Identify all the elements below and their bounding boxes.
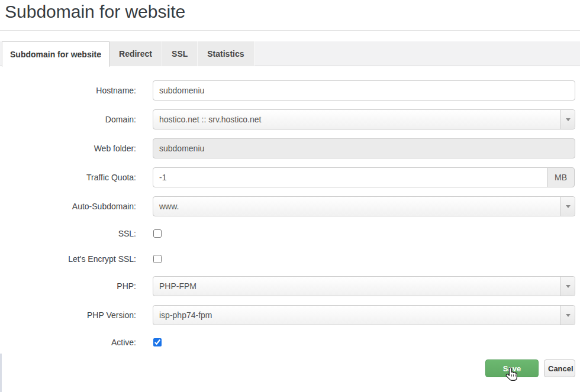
active-checkbox[interactable] (153, 338, 162, 346)
form-row: Web folder: (0, 138, 580, 158)
tab-bar: Subdomain for website Redirect SSL Stati… (0, 41, 580, 66)
lets-encrypt-ssl-checkbox[interactable] (153, 255, 162, 263)
php-version-select[interactable]: isp-php74-fpm (153, 305, 575, 325)
chevron-down-icon (560, 197, 575, 216)
hostname-label: Hostname: (0, 86, 136, 95)
php-select-value: PHP-FPM (159, 281, 196, 291)
traffic-quota-label: Traffic Quota: (0, 173, 136, 182)
chevron-down-icon (560, 110, 575, 129)
cancel-button[interactable]: Cancel (544, 359, 575, 377)
form-row: PHP: PHP-FPM (0, 276, 580, 296)
php-select[interactable]: PHP-FPM (153, 276, 575, 296)
ssl-label: SSL: (0, 229, 136, 238)
subdomain-form: Hostname: Domain: hostico.net :: srv.hos… (0, 66, 580, 377)
form-row: Domain: hostico.net :: srv.hostico.net (0, 109, 580, 129)
php-label: PHP: (0, 281, 136, 291)
active-label: Active: (0, 338, 136, 347)
form-row: Let's Encrypt SSL: (0, 251, 580, 267)
page-header: Subdomain for website (0, 0, 580, 31)
form-actions: Save Cancel (0, 359, 575, 377)
php-version-label: PHP Version: (0, 310, 136, 320)
domain-select[interactable]: hostico.net :: srv.hostico.net (153, 109, 575, 129)
left-edge-divider (0, 354, 2, 392)
php-version-select-value: isp-php74-fpm (159, 310, 212, 320)
traffic-quota-unit: MB (547, 167, 575, 187)
auto-subdomain-select-value: www. (159, 202, 179, 211)
header-tab-gap (0, 31, 580, 41)
hostname-input[interactable] (153, 80, 575, 101)
save-button[interactable]: Save (485, 359, 539, 377)
chevron-down-icon (560, 306, 575, 325)
page-title: Subdomain for website (0, 0, 580, 30)
form-row: Traffic Quota: MB (0, 167, 580, 187)
form-row: Active: (0, 334, 580, 351)
chevron-down-icon (560, 277, 575, 296)
lets-encrypt-ssl-label: Let's Encrypt SSL: (0, 254, 136, 264)
tab-ssl[interactable]: SSL (162, 41, 198, 66)
web-folder-label: Web folder: (0, 144, 136, 153)
web-folder-input (153, 138, 575, 158)
tab-bar-filler (254, 41, 580, 66)
domain-label: Domain: (0, 115, 136, 124)
auto-subdomain-label: Auto-Subdomain: (0, 202, 136, 211)
domain-select-value: hostico.net :: srv.hostico.net (159, 115, 262, 124)
tab-redirect[interactable]: Redirect (109, 41, 162, 66)
form-row: SSL: (0, 225, 580, 242)
form-row: Hostname: (0, 80, 580, 101)
auto-subdomain-select[interactable]: www. (153, 196, 575, 216)
tab-subdomain-for-website[interactable]: Subdomain for website (2, 41, 109, 67)
form-row: PHP Version: isp-php74-fpm (0, 305, 580, 325)
form-row: Auto-Subdomain: www. (0, 196, 580, 216)
ssl-checkbox[interactable] (153, 229, 162, 238)
traffic-quota-input[interactable] (153, 167, 547, 187)
tab-statistics[interactable]: Statistics (198, 41, 254, 66)
